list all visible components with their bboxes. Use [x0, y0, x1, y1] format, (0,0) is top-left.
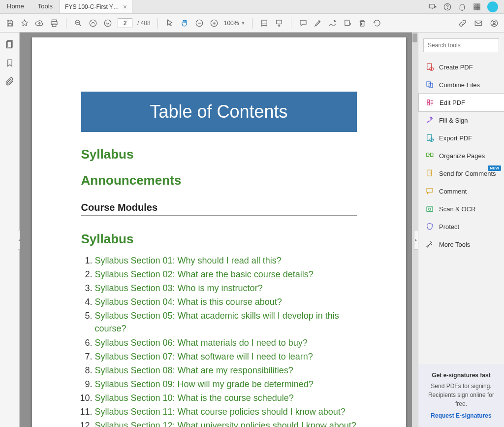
- syllabus-item: Syllabus Section 05: What academic skill…: [95, 309, 357, 335]
- syllabus-item: Syllabus Section 11: What course policie…: [95, 405, 357, 419]
- hand-tool-icon[interactable]: [180, 18, 189, 28]
- share-screen-icon[interactable]: [428, 2, 437, 11]
- draw-icon[interactable]: [328, 18, 338, 28]
- syllabus-item: Syllabus Section 03: Who is my instructo…: [95, 281, 357, 295]
- highlight-icon[interactable]: [313, 18, 323, 28]
- syllabus-link[interactable]: Syllabus Section 08: What are my respons…: [95, 365, 293, 375]
- fit-width-icon[interactable]: [259, 18, 269, 28]
- esignature-promo: Get e-signatures fast Send PDFs for sign…: [418, 364, 504, 427]
- apps-grid-icon[interactable]: [472, 2, 481, 11]
- tool-label: Send for Comments: [439, 170, 496, 177]
- zoom-in-icon[interactable]: [209, 18, 219, 28]
- search-tools-input[interactable]: [423, 38, 499, 52]
- svg-rect-24: [361, 21, 365, 26]
- tool-edit-pdf[interactable]: Edit PDF: [418, 93, 504, 112]
- syllabus-link[interactable]: Syllabus Section 10: What is the course …: [95, 393, 294, 403]
- menu-home[interactable]: Home: [0, 0, 31, 13]
- syllabus-link[interactable]: Syllabus Section 06: What materials do I…: [95, 338, 308, 348]
- svg-rect-15: [52, 24, 56, 26]
- heading-announcements[interactable]: Announcements: [81, 173, 357, 188]
- syllabus-link[interactable]: Syllabus Section 11: What course policie…: [95, 407, 346, 417]
- request-esignatures-link[interactable]: Request E-signatures: [423, 411, 499, 420]
- svg-rect-23: [345, 20, 349, 26]
- tool-fill-sign[interactable]: Fill & Sign: [418, 111, 504, 129]
- syllabus-link[interactable]: Syllabus Section 09: How will my grade b…: [95, 379, 314, 389]
- left-rail: [0, 33, 20, 427]
- svg-rect-5: [478, 4, 480, 5]
- page-up-icon[interactable]: [88, 18, 98, 28]
- svg-point-2: [447, 8, 447, 9]
- tool-more-tools[interactable]: More Tools: [418, 235, 504, 253]
- syllabus-item: Syllabus Section 01: Why should I read a…: [95, 254, 357, 267]
- send-comments-icon: [425, 169, 434, 178]
- tool-label: Create PDF: [439, 64, 473, 71]
- page-down-icon[interactable]: [103, 18, 113, 28]
- svg-rect-38: [426, 153, 429, 157]
- heading-course-modules: Course Modules: [81, 202, 357, 216]
- svg-rect-10: [476, 8, 478, 10]
- syllabus-link[interactable]: Syllabus Section 03: Who is my instructo…: [95, 283, 263, 293]
- avatar[interactable]: [487, 1, 498, 12]
- cloud-upload-icon[interactable]: [34, 18, 44, 28]
- tool-comment[interactable]: Comment: [418, 182, 504, 200]
- thumbnails-icon[interactable]: [5, 39, 15, 49]
- tool-organize-pages[interactable]: Organize Pages: [418, 147, 504, 164]
- fit-page-icon[interactable]: [274, 18, 284, 28]
- stamp-icon[interactable]: [343, 18, 352, 28]
- right-panel-toggle[interactable]: [414, 230, 418, 250]
- tool-scan-ocr[interactable]: Scan & OCR: [418, 200, 504, 218]
- svg-rect-39: [431, 153, 433, 157]
- svg-rect-4: [476, 4, 478, 5]
- zoom-out-icon[interactable]: [194, 18, 204, 28]
- bookmark-icon[interactable]: [5, 58, 15, 68]
- menu-tools[interactable]: Tools: [31, 0, 60, 13]
- syllabus-link[interactable]: Syllabus Section 01: Why should I read a…: [95, 256, 282, 265]
- syllabus-link[interactable]: Syllabus Section 12: What university pol…: [95, 421, 356, 427]
- tool-export-pdf[interactable]: Export PDF: [418, 129, 504, 147]
- zoom-out-search-icon[interactable]: [73, 18, 83, 28]
- tool-send-for-comments[interactable]: Send for CommentsNEW: [418, 164, 504, 182]
- tool-combine-files[interactable]: Combine Files: [418, 76, 504, 94]
- star-icon[interactable]: [20, 18, 30, 28]
- bell-icon[interactable]: [458, 2, 467, 11]
- heading-syllabus[interactable]: Syllabus: [81, 147, 357, 162]
- fill-sign-icon: [425, 116, 434, 125]
- page-number-input[interactable]: [118, 18, 132, 28]
- syllabus-link[interactable]: Syllabus Section 07: What software will …: [95, 352, 313, 361]
- syllabus-link[interactable]: Syllabus Section 04: What is this course…: [95, 297, 282, 307]
- tool-label: Export PDF: [439, 134, 472, 142]
- page-total-label: / 408: [137, 20, 151, 27]
- zoom-level-dropdown[interactable]: 100%▼: [224, 20, 246, 27]
- tool-label: More Tools: [439, 241, 470, 248]
- document-tab-title: FYS 100-C-First Y…: [65, 3, 119, 10]
- combine-icon: [425, 80, 434, 89]
- svg-rect-32: [427, 82, 431, 86]
- close-tab-icon[interactable]: ×: [123, 3, 127, 10]
- document-viewport[interactable]: Table of Contents Syllabus Announcements…: [20, 33, 418, 427]
- syllabus-link[interactable]: Syllabus Section 02: What are the basic …: [95, 269, 314, 279]
- svg-point-18: [104, 20, 111, 27]
- svg-rect-11: [478, 8, 480, 10]
- rotate-icon[interactable]: [372, 18, 382, 28]
- link-icon[interactable]: [458, 18, 468, 28]
- svg-rect-8: [478, 6, 480, 7]
- tool-protect[interactable]: Protect: [418, 218, 504, 235]
- tool-create-pdf[interactable]: Create PDF: [418, 58, 504, 76]
- document-tab[interactable]: FYS 100-C-First Y… ×: [60, 0, 132, 13]
- note-icon[interactable]: [298, 18, 308, 28]
- syllabus-link[interactable]: Syllabus Section 05: What academic skill…: [95, 311, 339, 333]
- print-icon[interactable]: [49, 18, 59, 28]
- mail-icon[interactable]: [473, 18, 483, 28]
- heading-syllabus-2[interactable]: Syllabus: [81, 231, 357, 247]
- syllabus-item: Syllabus Section 04: What is this course…: [95, 295, 357, 309]
- svg-rect-6: [474, 6, 475, 7]
- help-icon[interactable]: [443, 2, 452, 11]
- pointer-icon[interactable]: [165, 18, 175, 28]
- account-icon[interactable]: [489, 18, 499, 28]
- create-pdf-icon: [425, 63, 434, 71]
- protect-icon: [425, 222, 434, 231]
- save-icon[interactable]: [5, 18, 15, 28]
- svg-point-42: [429, 208, 431, 211]
- trash-icon[interactable]: [357, 18, 367, 28]
- attachment-icon[interactable]: [5, 77, 15, 87]
